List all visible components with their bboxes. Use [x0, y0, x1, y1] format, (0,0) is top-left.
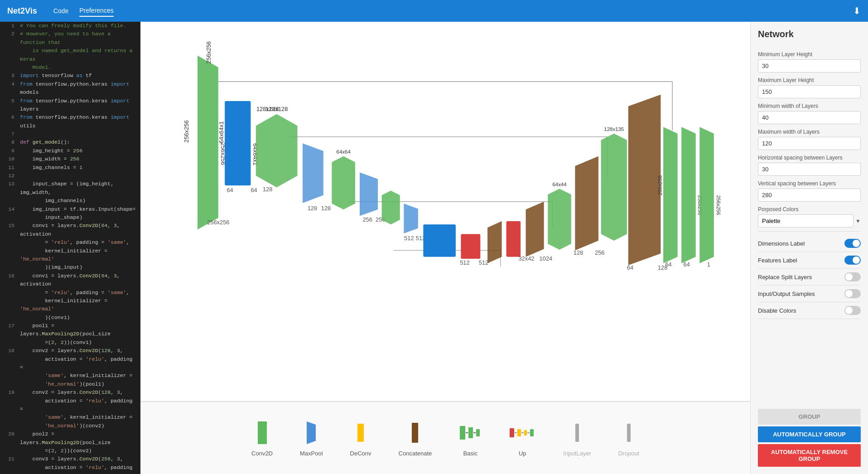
- toggle-features-switch[interactable]: [844, 256, 861, 265]
- code-line-2: 2 # However, you need to have a function…: [0, 30, 140, 72]
- code-line-13: 13 input_shape = (img_height, img_width,…: [0, 180, 140, 205]
- svg-rect-79: [627, 424, 631, 442]
- svg-marker-18: [303, 143, 323, 203]
- svg-text:256: 256: [595, 249, 604, 256]
- svg-text:512: 512: [479, 259, 488, 266]
- toggle-disable-colors-label: Disable Colors: [758, 307, 796, 314]
- code-line-4: 4 from tensorflow.python.keras import mo…: [0, 80, 140, 97]
- svg-marker-51: [681, 127, 696, 263]
- palette-arrow: ▼: [855, 218, 861, 224]
- layer-red1[interactable]: [461, 234, 480, 259]
- legend-dropout: Dropout: [618, 419, 639, 457]
- legend-input-label: InputLayer: [563, 450, 591, 457]
- svg-text:64: 64: [665, 261, 671, 268]
- field-h-spacing: Horizontal spacing between Layers: [758, 150, 861, 176]
- code-line-20: 20 pool2 = layers.MaxPooling2D(pool_size…: [0, 430, 140, 455]
- svg-rect-30: [423, 224, 456, 257]
- layer-up2[interactable]: [526, 202, 544, 257]
- download-icon[interactable]: ⬇: [853, 5, 861, 16]
- svg-text:64: 64: [251, 187, 257, 193]
- toggle-features-label: Features Label: [758, 257, 797, 264]
- layer-enc4[interactable]: [382, 191, 400, 224]
- code-line-16: 16 conv1 = layers.Conv2D(64, 3, activati…: [0, 272, 140, 322]
- layer-red2[interactable]: [506, 221, 521, 257]
- legend-concat-label: Concatenate: [399, 450, 432, 457]
- divider1: [758, 231, 861, 232]
- toggle-replace-split-label: Replace Split Layers: [758, 274, 812, 281]
- svg-text:256x256: 256x256: [716, 195, 721, 215]
- palette-input[interactable]: [758, 214, 854, 227]
- field-max-height: Maximum Layer Height: [758, 73, 861, 98]
- svg-text:128: 128: [308, 205, 317, 212]
- right-panel: Network Minimum Layer Height Maximum Lay…: [750, 22, 868, 474]
- code-line-5: 5 from tensorflow.python.keras import la…: [0, 97, 140, 114]
- svg-rect-68: [468, 427, 473, 438]
- svg-rect-70: [476, 429, 480, 436]
- toggle-dimensions-switch[interactable]: [844, 239, 861, 248]
- layer-dec1[interactable]: 128x135: [601, 126, 627, 241]
- palette-dropdown[interactable]: ▼: [758, 214, 861, 227]
- layer-conv1-blue[interactable]: 64x64x1 64x64x1: [218, 101, 259, 185]
- toggle-io-samples-switch[interactable]: [844, 289, 861, 298]
- input-min-height[interactable]: [758, 59, 861, 73]
- network-visualization: 256x256 256x256 64x64x1 64x64x1 64 64 12…: [140, 22, 750, 401]
- layer-up1-brown[interactable]: [575, 156, 598, 251]
- toggle-disable-colors: Disable Colors: [758, 302, 861, 319]
- input-min-width[interactable]: [758, 111, 861, 124]
- layer-pool1[interactable]: [303, 143, 323, 203]
- layer-big-brown[interactable]: [628, 95, 661, 266]
- svg-text:32x42: 32x42: [518, 255, 534, 262]
- svg-rect-66: [460, 426, 465, 440]
- layer-up3[interactable]: [487, 221, 502, 263]
- layer-bottleneck[interactable]: [423, 224, 456, 257]
- layer-dec2[interactable]: 64x44: [548, 182, 571, 250]
- code-line-6: 6 from tensorflow.python.keras import ut…: [0, 113, 140, 130]
- main-layout: 1 # You can freely modify this file. 2 #…: [0, 22, 868, 474]
- legend-up: Up: [509, 419, 536, 457]
- input-max-height[interactable]: [758, 85, 861, 98]
- code-line-12: 12: [0, 172, 140, 180]
- label-h-spacing: Horizontal spacing between Layers: [758, 155, 861, 161]
- layer-enc3[interactable]: 64x64: [332, 149, 355, 209]
- network-svg: 256x256 256x256 64x64x1 64x64x1 64 64 12…: [140, 22, 750, 401]
- panel-title: Network: [758, 29, 861, 39]
- legend-area: Conv2D MaxPool DeConv Concatenate: [140, 401, 750, 474]
- layer-enc2[interactable]: 128x128: [256, 106, 298, 188]
- toggle-dimensions-label: Dimensions Label: [758, 240, 805, 247]
- input-h-spacing[interactable]: [758, 163, 861, 176]
- svg-marker-44: [601, 134, 627, 241]
- layer-pool3[interactable]: [404, 203, 418, 233]
- svg-rect-64: [357, 424, 364, 442]
- nav-preferences[interactable]: Preferences: [79, 5, 113, 17]
- svg-text:1: 1: [707, 261, 710, 268]
- svg-text:128x128: 128x128: [256, 106, 279, 112]
- code-line-15: 15 conv1 = layers.Conv2D(64, 3, activati…: [0, 222, 140, 271]
- code-line-3: 3 import tensorflow as tf: [0, 72, 140, 80]
- svg-marker-49: [663, 127, 678, 263]
- svg-text:64: 64: [227, 187, 233, 193]
- label-v-spacing: Vertical spacing between Layers: [758, 180, 861, 187]
- code-line-9: 9 img_height = 256: [0, 147, 140, 155]
- remove-group-button[interactable]: AUTOMATICALLY REMOVE GROUP: [758, 444, 861, 467]
- svg-rect-65: [412, 423, 418, 443]
- auto-group-button[interactable]: AUTOMATICALLY GROUP: [758, 426, 861, 442]
- group-button[interactable]: GROUP: [758, 409, 861, 425]
- svg-text:256x256: 256x256: [207, 219, 229, 226]
- svg-marker-27: [404, 203, 418, 233]
- legend-deconv-label: DeConv: [350, 450, 371, 457]
- field-min-height: Minimum Layer Height: [758, 47, 861, 73]
- toggle-disable-colors-switch[interactable]: [844, 306, 861, 315]
- layer-pool2[interactable]: [360, 173, 378, 216]
- nav-code[interactable]: Code: [53, 5, 68, 16]
- svg-marker-53: [699, 127, 714, 263]
- svg-rect-71: [510, 428, 514, 437]
- svg-marker-46: [628, 95, 661, 266]
- legend-conv2d: Conv2D: [251, 419, 273, 457]
- svg-rect-35: [506, 221, 521, 257]
- svg-rect-31: [461, 234, 480, 259]
- input-max-width[interactable]: [758, 137, 861, 150]
- svg-text:256x256: 256x256: [183, 120, 190, 142]
- input-v-spacing[interactable]: [758, 189, 861, 202]
- layer-out3[interactable]: 256x256: [699, 127, 721, 263]
- toggle-replace-split-switch[interactable]: [844, 272, 861, 281]
